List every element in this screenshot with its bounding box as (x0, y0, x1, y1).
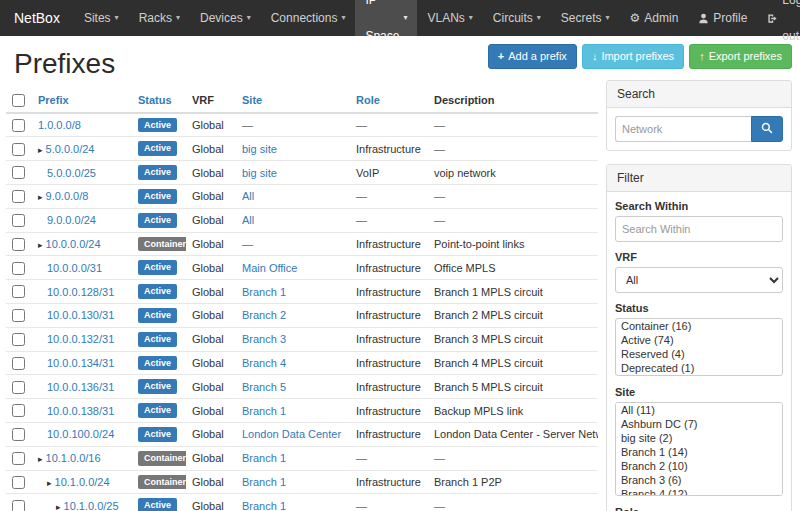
row-checkbox[interactable] (12, 428, 25, 441)
prefix-link[interactable]: 10.0.0.138/31 (47, 405, 114, 417)
site-cell: — (236, 113, 350, 137)
nav-item-connections[interactable]: Connections▾ (261, 0, 356, 36)
filter-option[interactable]: Branch 4 (12) (616, 487, 782, 496)
row-checkbox[interactable] (12, 285, 25, 298)
filter-option[interactable]: big site (2) (616, 431, 782, 445)
expand-arrow-icon[interactable]: ▸ (38, 145, 43, 155)
app-logo[interactable]: NetBox (0, 0, 74, 36)
filter-option[interactable]: Deprecated (1) (616, 361, 782, 375)
row-checkbox[interactable] (12, 262, 25, 275)
search-button[interactable] (751, 116, 783, 142)
filter-option[interactable]: Ashburn DC (7) (616, 417, 782, 431)
column-header-role[interactable]: Role (356, 94, 380, 106)
prefix-link[interactable]: 10.1.0.0/24 (55, 476, 110, 488)
select-all-checkbox[interactable] (12, 94, 25, 107)
prefix-link[interactable]: 10.0.0.132/31 (47, 333, 114, 345)
filter-option[interactable]: Reserved (4) (616, 347, 782, 361)
prefix-link[interactable]: 5.0.0.0/24 (46, 143, 95, 155)
site-link[interactable]: big site (242, 143, 277, 155)
nav-item-racks[interactable]: Racks▾ (129, 0, 190, 36)
site-link[interactable]: All (242, 214, 254, 226)
profile-link[interactable]: Profile (688, 0, 757, 36)
row-checkbox[interactable] (12, 119, 25, 132)
site-link[interactable]: All (242, 190, 254, 202)
row-checkbox[interactable] (12, 143, 25, 156)
site-link[interactable]: Branch 1 (242, 405, 286, 417)
prefix-link[interactable]: 10.0.0.130/31 (47, 309, 114, 321)
expand-arrow-icon[interactable]: ▸ (38, 192, 43, 202)
filter-option[interactable]: Branch 1 (14) (616, 445, 782, 459)
vrf-cell: Global (186, 422, 236, 446)
site-link[interactable]: Branch 1 (242, 286, 286, 298)
prefix-link[interactable]: 10.0.0.134/31 (47, 357, 114, 369)
site-link[interactable]: Branch 5 (242, 381, 286, 393)
prefix-link[interactable]: 10.0.100.0/24 (47, 428, 114, 440)
export-prefixes-button[interactable]: ↑ Export prefixes (689, 44, 792, 69)
row-checkbox[interactable] (12, 166, 25, 179)
description-cell: — (428, 446, 598, 470)
prefix-link[interactable]: 10.0.0.0/31 (47, 262, 102, 274)
admin-link[interactable]: ⚙ Admin (620, 0, 689, 36)
prefix-link[interactable]: 10.1.0.0/25 (64, 500, 119, 511)
column-header-status[interactable]: Status (138, 94, 172, 106)
filter-option[interactable]: Container (16) (616, 319, 782, 333)
row-checkbox[interactable] (12, 190, 25, 203)
search-within-input[interactable] (615, 216, 783, 242)
import-prefixes-button[interactable]: ↓ Import prefixes (582, 44, 684, 69)
prefix-link[interactable]: 9.0.0.0/8 (46, 190, 89, 202)
site-link[interactable]: Main Office (242, 262, 297, 274)
role-filter-label: Role (615, 506, 783, 511)
row-checkbox[interactable] (12, 333, 25, 346)
search-input[interactable] (615, 116, 751, 142)
nav-item-sites[interactable]: Sites▾ (74, 0, 129, 36)
site-link[interactable]: big site (242, 167, 277, 179)
row-checkbox[interactable] (12, 500, 25, 511)
row-checkbox[interactable] (12, 404, 25, 417)
column-header-site[interactable]: Site (242, 94, 262, 106)
nav-item-secrets[interactable]: Secrets▾ (551, 0, 620, 36)
expand-arrow-icon[interactable]: ▸ (47, 478, 52, 488)
row-checkbox[interactable] (12, 452, 25, 465)
prefix-link[interactable]: 9.0.0.0/24 (47, 214, 96, 226)
filter-option[interactable]: Branch 3 (6) (616, 473, 782, 487)
site-filter-list[interactable]: All (11)Ashburn DC (7)big site (2)Branch… (615, 402, 783, 496)
site-link[interactable]: Branch 3 (242, 333, 286, 345)
nav-item-vlans[interactable]: VLANs▾ (417, 0, 482, 36)
row-checkbox[interactable] (12, 476, 25, 489)
prefix-link[interactable]: 5.0.0.0/25 (47, 167, 96, 179)
site-link[interactable]: Branch 2 (242, 309, 286, 321)
site-link[interactable]: Branch 1 (242, 500, 286, 511)
site-link[interactable]: Branch 1 (242, 476, 286, 488)
filter-option[interactable]: All (11) (616, 403, 782, 417)
row-checkbox[interactable] (12, 309, 25, 322)
site-link[interactable]: Branch 1 (242, 452, 286, 464)
nav-item-devices[interactable]: Devices▾ (190, 0, 261, 36)
prefix-link[interactable]: 10.0.0.128/31 (47, 286, 114, 298)
column-header-prefix[interactable]: Prefix (38, 94, 69, 106)
expand-arrow-icon[interactable]: ▸ (38, 240, 43, 250)
filter-option[interactable]: Active (74) (616, 333, 782, 347)
prefix-link[interactable]: 1.0.0.0/8 (38, 119, 81, 131)
add-prefix-button[interactable]: + Add a prefix (488, 44, 577, 69)
nav-item-circuits[interactable]: Circuits▾ (483, 0, 551, 36)
status-filter-list[interactable]: Container (16)Active (74)Reserved (4)Dep… (615, 318, 783, 376)
row-checkbox[interactable] (12, 357, 25, 370)
expand-arrow-icon[interactable]: ▸ (56, 502, 61, 511)
search-within-label: Search Within (615, 200, 783, 212)
prefix-link[interactable]: 10.0.0.0/24 (46, 238, 101, 250)
site-link[interactable]: London Data Center (242, 428, 341, 440)
expand-arrow-icon[interactable]: ▸ (38, 454, 43, 464)
prefix-link[interactable]: 10.0.0.136/31 (47, 381, 114, 393)
vrf-filter-select[interactable]: All (615, 267, 783, 293)
nav-item-ip-space[interactable]: IP Space▾ (355, 0, 417, 36)
prefix-link[interactable]: 10.1.0.0/16 (46, 452, 101, 464)
chevron-down-icon: ▾ (469, 0, 473, 36)
row-checkbox[interactable] (12, 214, 25, 227)
logout-link[interactable]: Log out (757, 0, 800, 36)
filter-option[interactable]: Branch 2 (10) (616, 459, 782, 473)
row-checkbox[interactable] (12, 238, 25, 251)
site-link[interactable]: Branch 4 (242, 357, 286, 369)
row-checkbox[interactable] (12, 381, 25, 394)
status-cell: Active (132, 494, 186, 511)
row-checkbox-cell (6, 494, 32, 511)
